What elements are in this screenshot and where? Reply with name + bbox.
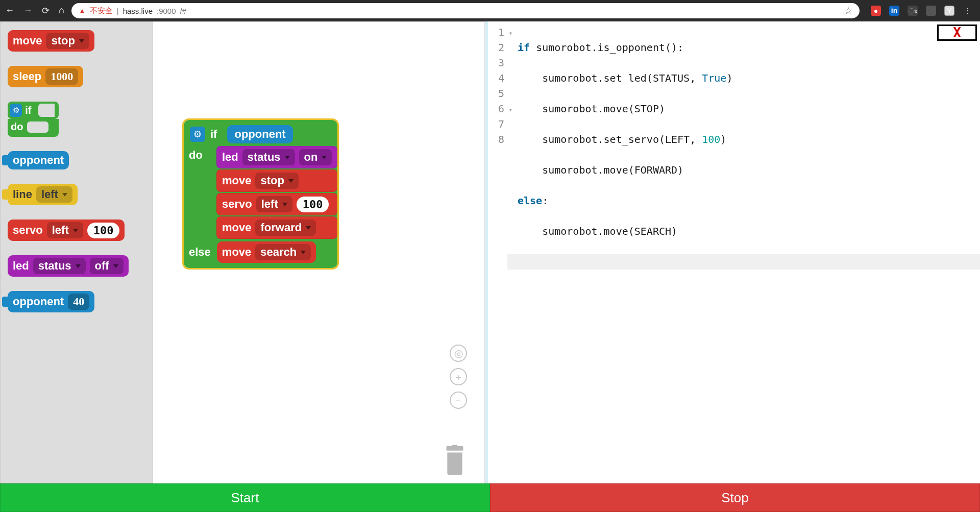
canvas-controls: ◎ ＋ － [450, 345, 467, 409]
url-divider: | [117, 7, 119, 15]
led-block[interactable]: led status on [216, 146, 337, 168]
line-number: 8 [488, 132, 504, 147]
gear-icon[interactable]: ⚙ [190, 127, 205, 142]
move-value-dropdown[interactable]: forward [255, 220, 316, 236]
close-button[interactable]: X [937, 25, 977, 41]
led-label: led [13, 259, 29, 273]
zoom-in-icon[interactable]: ＋ [450, 368, 467, 385]
do-stack: led status on move stop servo left [216, 145, 337, 239]
move-forward-block[interactable]: move forward [216, 216, 337, 239]
toolbar-divider [926, 6, 936, 16]
opponent-distance-value[interactable]: 40 [68, 294, 89, 310]
sleep-value[interactable]: 1000 [45, 68, 78, 85]
if-label: if [25, 105, 31, 116]
led-state-dropdown[interactable]: off [90, 258, 124, 274]
bookmark-star-icon[interactable]: ☆ [844, 5, 852, 16]
url-port: :9000 [157, 7, 176, 15]
home-icon[interactable]: ⌂ [59, 5, 64, 16]
line-value-dropdown[interactable]: left [36, 186, 72, 203]
led-state-dropdown[interactable]: on [299, 149, 332, 165]
toolbox-if-block[interactable]: ⚙ if do [8, 102, 59, 137]
do-label: do [188, 145, 216, 162]
footer: Start Stop [0, 483, 980, 512]
code-body[interactable]: if sumorobot.is_opponent(): sumorobot.se… [507, 21, 980, 483]
toolbox-move-block[interactable]: move stop [8, 30, 94, 52]
servo-value-input[interactable]: 100 [87, 223, 120, 238]
extension-1-icon[interactable]: ● [871, 6, 881, 16]
line-number: 6 [488, 101, 504, 116]
move-value-dropdown[interactable]: search [255, 244, 311, 260]
code-gutter: 1 2 3 4 5 6 7 8 [488, 21, 507, 483]
servo-block[interactable]: servo left 100 [216, 193, 337, 215]
start-button[interactable]: Start [0, 483, 490, 512]
line-number: 2 [488, 40, 504, 55]
address-bar[interactable]: ▲ 不安全 | hass.live:9000/# ☆ [71, 3, 860, 18]
opponent-label: opponent [234, 128, 285, 140]
toolbox-line-block[interactable]: line left [8, 184, 78, 205]
warning-icon: ▲ [79, 7, 86, 15]
opponent-distance-label: opponent [13, 295, 64, 308]
move-value-dropdown[interactable]: stop [46, 33, 89, 49]
recenter-icon[interactable]: ◎ [450, 345, 467, 362]
url-hash: /# [180, 7, 187, 15]
opponent-label: opponent [13, 154, 64, 167]
line-number: 4 [488, 70, 504, 86]
trash-icon[interactable] [444, 445, 466, 479]
not-secure-label: 不安全 [90, 6, 113, 16]
zoom-out-icon[interactable]: － [450, 392, 467, 409]
extension-3-icon[interactable]: ෟ [908, 6, 918, 16]
line-number: 5 [488, 86, 504, 101]
toolbox-led-block[interactable]: led status off [8, 255, 129, 277]
browser-toolbar: ← → ⟳ ⌂ ▲ 不安全 | hass.live:9000/# ☆ ● in … [0, 0, 980, 21]
condition-opponent-block[interactable]: opponent [227, 125, 292, 143]
servo-side-dropdown[interactable]: left [256, 196, 292, 212]
gear-icon[interactable]: ⚙ [10, 104, 22, 117]
led-target-dropdown[interactable]: status [242, 149, 295, 165]
line-number: 1 [488, 25, 504, 40]
browser-menu-icon[interactable]: ⋮ [963, 6, 973, 16]
canvas-if-block[interactable]: ⚙ if opponent do led status on [184, 120, 337, 268]
sleep-label: sleep [13, 70, 41, 83]
svg-rect-1 [452, 445, 458, 447]
reload-icon[interactable]: ⟳ [42, 5, 50, 16]
code-pane: X 1 2 3 4 5 6 7 8 if sumorobot.is_oppone… [485, 21, 980, 483]
profile-avatar[interactable]: Y [944, 6, 954, 16]
line-label: line [13, 188, 32, 201]
move-value-dropdown[interactable]: stop [255, 173, 298, 189]
block-toolbox: move stop sleep 1000 ⚙ if do oppone [0, 21, 153, 483]
toolbox-opponent-block[interactable]: opponent [8, 151, 69, 169]
else-label: else [189, 246, 211, 259]
url-host: hass.live [123, 7, 153, 15]
move-search-block[interactable]: move search [217, 241, 316, 263]
toolbox-opponent-distance-block[interactable]: opponent 40 [8, 291, 94, 312]
extension-linkedin-icon[interactable]: in [889, 6, 899, 16]
back-icon[interactable]: ← [5, 5, 14, 16]
move-label: move [13, 34, 42, 47]
forward-icon[interactable]: → [23, 5, 33, 16]
toolbox-servo-block[interactable]: servo left 100 [8, 220, 125, 241]
line-number: 7 [488, 116, 504, 132]
servo-side-dropdown[interactable]: left [47, 222, 83, 238]
move-stop-block[interactable]: move stop [216, 169, 337, 192]
servo-label: servo [13, 224, 43, 237]
led-target-dropdown[interactable]: status [33, 258, 86, 274]
block-canvas[interactable]: ⚙ if opponent do led status on [153, 21, 485, 483]
servo-value-input[interactable]: 100 [297, 197, 329, 212]
toolbox-sleep-block[interactable]: sleep 1000 [8, 66, 83, 87]
if-label: if [210, 128, 217, 141]
line-number: 3 [488, 55, 504, 70]
stop-button[interactable]: Stop [490, 483, 980, 512]
do-label: do [11, 121, 23, 133]
